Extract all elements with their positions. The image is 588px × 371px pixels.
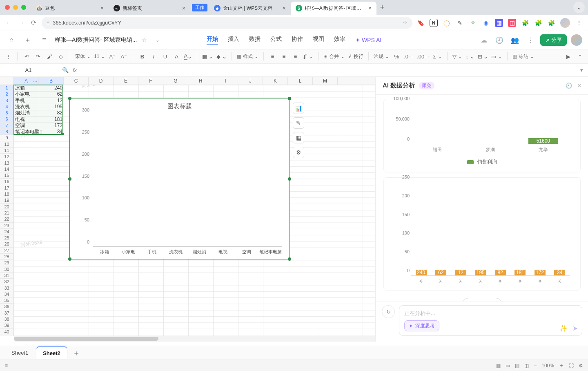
spreadsheet-area[interactable]: 阿牙/2629 阿牙/2629 阿牙/2629 阿牙/2629 阿牙/2629 … (0, 77, 376, 342)
menu-collab[interactable]: 协作 (292, 36, 303, 45)
ext-icon[interactable]: ◉ (482, 19, 490, 27)
row-header[interactable]: 40 (0, 329, 13, 335)
search-icon[interactable]: 🔍 (62, 67, 69, 73)
history-icon[interactable]: 🕘 (494, 34, 505, 46)
url-input[interactable]: ≡ 365.kdocs.cn/l/cdZcjjguCxYY ☆ (42, 17, 412, 29)
browser-menu-icon[interactable]: ⋮ (575, 19, 583, 27)
cell[interactable]: 笔记本电脑 (14, 129, 39, 135)
row-header[interactable]: 11 (0, 148, 13, 154)
col-header-K[interactable]: K (263, 77, 288, 85)
decimal-inc-icon[interactable]: .0← (404, 51, 414, 61)
row-header[interactable]: 28 (0, 254, 13, 260)
close-tab-icon[interactable]: × (100, 5, 104, 11)
ext-icon[interactable]: ✎ (456, 19, 464, 27)
ext-icon[interactable]: 🧩 (521, 19, 529, 27)
ext-icon[interactable]: ⚘ (469, 19, 477, 27)
site-info-icon[interactable]: ≡ (47, 20, 49, 26)
cell[interactable]: 34 (39, 129, 64, 135)
align-center-icon[interactable]: ≡ (280, 51, 288, 61)
row-header[interactable]: 7 (0, 123, 13, 129)
share-button[interactable]: ↗ 分享 (540, 34, 567, 46)
close-tab-icon[interactable]: × (283, 5, 286, 11)
menu-efficiency[interactable]: 效率 (334, 36, 345, 45)
collaborators-icon[interactable]: 👥 (509, 34, 521, 46)
row-header[interactable]: 15 (0, 172, 13, 179)
user-avatar[interactable] (571, 34, 582, 46)
row-header[interactable]: 36 (0, 304, 13, 310)
cell[interactable]: 洗衣机 (14, 104, 39, 110)
cell[interactable]: 172 (39, 123, 64, 129)
reload-icon[interactable]: ⟳ (29, 19, 38, 27)
menu-wps-ai[interactable]: WPS AI (355, 36, 381, 45)
col-header-B[interactable]: B (39, 77, 64, 85)
font-color-icon[interactable]: A ⌄ (184, 51, 192, 61)
chart-edit-icon[interactable]: ✎ (293, 117, 304, 129)
row-header[interactable]: 31 (0, 273, 13, 279)
extensions-menu-icon[interactable]: 🧩 (547, 19, 555, 27)
format-painter-icon[interactable]: 🖌 (45, 51, 53, 61)
favorite-star-icon[interactable]: ☆ (142, 37, 147, 43)
close-tab-icon[interactable]: × (368, 5, 372, 11)
wrap-text-button[interactable]: ↲ 换行 (348, 51, 363, 61)
row-header[interactable]: 6 (0, 116, 13, 122)
number-format-select[interactable]: 常规 ⌄ (374, 51, 389, 61)
row-header[interactable]: 22 (0, 216, 13, 222)
minimize-window-icon[interactable] (13, 5, 18, 10)
add-sheet-icon[interactable]: ＋ (73, 348, 80, 358)
cell[interactable]: 手机 (14, 98, 39, 104)
zoom-in-icon[interactable]: ＋ (559, 362, 564, 369)
col-header-G[interactable]: G (163, 77, 188, 85)
expand-formula-icon[interactable]: ▾ (580, 67, 583, 73)
col-header-M[interactable]: M (313, 77, 338, 85)
row-header[interactable]: 10 (0, 141, 13, 148)
status-menu-icon[interactable]: ≡ (5, 363, 8, 369)
browser-tab-doubao[interactable]: 🤖 豆包 × (31, 2, 109, 15)
row-header[interactable]: 24 (0, 229, 13, 235)
row-header[interactable]: 32 (0, 279, 13, 285)
row-header[interactable]: 23 (0, 223, 13, 229)
cell-style-select[interactable]: ▦ 样式 ⌄ (237, 51, 258, 61)
filter-icon[interactable]: ▽ ⌄ (452, 51, 463, 61)
fullscreen-icon[interactable]: ⛶ (569, 363, 574, 369)
tabs-dropdown-icon[interactable]: ⌄ (573, 2, 585, 13)
refresh-chat-icon[interactable]: ↻ (382, 305, 395, 318)
cloud-icon[interactable]: ☁ (478, 34, 490, 46)
row-header[interactable]: 8 (0, 129, 13, 135)
percent-icon[interactable]: % (392, 51, 401, 61)
sheet-tab[interactable]: Sheet1 (5, 347, 35, 359)
cell[interactable]: 空调 (14, 123, 39, 129)
close-tab-icon[interactable]: × (182, 5, 185, 11)
font-select[interactable]: 宋体 ⌄ (75, 51, 91, 61)
maximize-window-icon[interactable] (21, 5, 26, 10)
col-header-C[interactable]: C (64, 77, 89, 85)
sum-icon[interactable]: Σ ⌄ (433, 51, 442, 61)
row-header[interactable]: 21 (0, 210, 13, 216)
ext-icon[interactable]: ▦ (495, 19, 503, 27)
row-header[interactable]: 3 (0, 98, 13, 104)
cell[interactable]: 小家电 (14, 91, 39, 97)
row-header[interactable]: 1 (0, 85, 13, 91)
row-header[interactable]: 17 (0, 185, 13, 191)
row-header[interactable]: 20 (0, 204, 13, 210)
row-header[interactable]: 37 (0, 310, 13, 316)
bookmark-icon[interactable]: 🔖 (416, 19, 425, 27)
row-header[interactable]: 13 (0, 160, 13, 166)
formula-input[interactable]: 🔍 fx ▾ (57, 67, 588, 73)
border-icon[interactable]: ▦ ⌄ (202, 51, 213, 61)
row-header[interactable]: 14 (0, 166, 13, 172)
chart-title[interactable]: 图表标题 (70, 98, 290, 113)
settings-icon[interactable]: ⚙ (579, 363, 583, 369)
chart-settings-icon[interactable]: ⚙ (293, 147, 304, 158)
statusbar-icon[interactable]: ▭ (506, 363, 510, 369)
close-panel-icon[interactable]: ✕ (577, 83, 581, 89)
select-all-corner[interactable] (0, 77, 14, 85)
browser-tab-wps[interactable]: ◆ 金山文档 | WPS云文档 × (209, 2, 291, 15)
cell-reference-input[interactable]: A1 (0, 67, 57, 73)
row-header[interactable]: 39 (0, 322, 13, 329)
more-icon[interactable]: ⋮ (525, 34, 536, 46)
underline-icon[interactable]: U (161, 51, 169, 61)
sheet-tab-active[interactable]: Sheet2 (36, 346, 67, 359)
browser-tab-active[interactable]: S 样张—AI数据问答- 区域家电销... × (291, 2, 376, 15)
home-icon[interactable]: ⌂ (6, 34, 17, 46)
row-header[interactable]: 9 (0, 135, 13, 141)
